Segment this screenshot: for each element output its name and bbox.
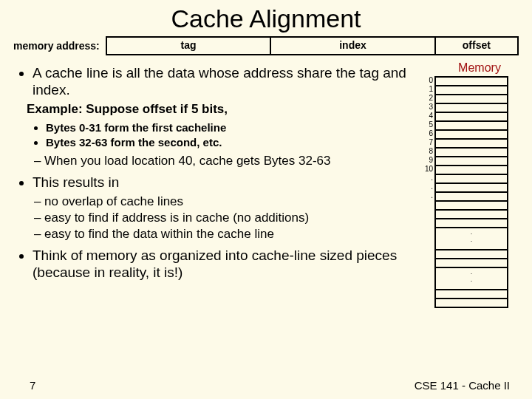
- example-text: Example: Suppose offset if 5 bits,: [27, 101, 417, 117]
- rn2: 2: [421, 94, 433, 103]
- offset-field: offset: [436, 38, 517, 54]
- memory-cells: .. ..: [434, 76, 508, 308]
- address-label: memory address:: [13, 40, 100, 52]
- memory-diagram: Memory 0 1 2 3 4 5 6 7 8 9 10 . . .: [421, 60, 519, 308]
- memory-row-numbers: 0 1 2 3 4 5 6 7 8 9 10 . . .: [421, 76, 433, 308]
- address-fields: tag index offset: [106, 36, 519, 55]
- bullet-1-dash: –When you load location 40, cache gets B…: [34, 153, 417, 169]
- bullet-2-dash-1: –no overlap of cache lines: [34, 194, 417, 210]
- b2d3-text: easy to find the data within the cache l…: [44, 226, 274, 242]
- course-label: CSE 141 - Cache II: [415, 379, 510, 392]
- b2d1-text: no overlap of cache lines: [44, 194, 183, 210]
- bullet-1-dash-text: When you load location 40, cache gets By…: [44, 153, 330, 169]
- bullet-1: A cache line is all the data whose addre…: [33, 64, 417, 98]
- rn-dot2: .: [421, 183, 433, 191]
- footer: 7 CSE 141 - Cache II: [0, 379, 532, 392]
- mem-dots: ..: [436, 228, 507, 243]
- memory-address-diagram: memory address: tag index offset: [0, 36, 532, 60]
- rn0: 0: [421, 76, 433, 85]
- rn4: 4: [421, 112, 433, 120]
- bullet-2-dash-2: –easy to find if address is in cache (no…: [34, 210, 417, 226]
- bullet-2-dash-3: –easy to find the data within the cache …: [34, 226, 417, 242]
- index-field: index: [271, 38, 436, 54]
- b2d2-text: easy to find if address is in cache (no …: [44, 210, 309, 226]
- example-sub-2: Bytes 32-63 form the second, etc.: [46, 135, 417, 150]
- mem-dots2: ..: [436, 268, 507, 283]
- rn7: 7: [421, 138, 433, 147]
- rn9: 9: [421, 156, 433, 165]
- rn10: 10: [421, 165, 433, 174]
- rn1: 1: [421, 85, 433, 94]
- rn6: 6: [421, 129, 433, 138]
- page-number: 7: [30, 379, 35, 392]
- tag-field: tag: [107, 38, 272, 54]
- rn-dot3: .: [421, 191, 433, 200]
- slide-title: Cache Alignment: [0, 0, 532, 36]
- bullet-2: This results in: [33, 174, 417, 191]
- rn5: 5: [421, 120, 433, 129]
- rn8: 8: [421, 147, 433, 156]
- bullet-3: Think of memory as organized into cache-…: [33, 247, 417, 281]
- memory-label: Memory: [440, 61, 519, 75]
- body-text: A cache line is all the data whose addre…: [15, 60, 421, 308]
- example-sub-1: Bytes 0-31 form the first cacheline: [46, 120, 417, 135]
- rn3: 3: [421, 103, 433, 112]
- rn-dot1: .: [421, 174, 433, 183]
